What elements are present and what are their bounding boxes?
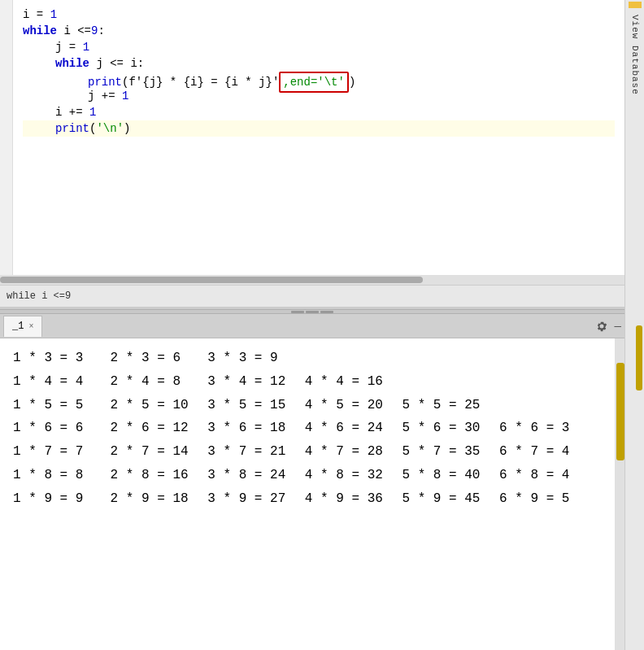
output-row-6: 1 * 8 = 8 2 * 8 = 16 3 * 8 = 24 4 * 8 = … [13, 464, 602, 487]
main-area: i = 1 while i <=9: j = 1 while j <= i: p… [0, 0, 624, 650]
code-scrollbar[interactable] [0, 275, 624, 285]
output-scrollbar-track[interactable] [615, 338, 624, 650]
output-row-4: 1 * 6 = 6 2 * 6 = 12 3 * 6 = 18 4 * 6 = … [13, 417, 602, 440]
minimize-icon[interactable]: — [615, 320, 621, 333]
code-editor: i = 1 while i <=9: j = 1 while j <= i: p… [0, 0, 624, 309]
right-sidebar: View Database [624, 0, 644, 650]
resize-dots [291, 311, 333, 313]
output-container: 1 * 3 = 3 2 * 3 = 6 3 * 3 = 9 1 * 4 = 4 … [0, 338, 624, 650]
sidebar-top-indicator [629, 2, 642, 8]
output-tab[interactable]: _1 × [3, 316, 42, 337]
status-bar: while i <=9 [0, 285, 624, 308]
status-text: while i <=9 [7, 290, 71, 302]
code-line-1: i = 1 [23, 7, 615, 23]
line-numbers [0, 0, 13, 275]
sidebar-db-label: Database [630, 46, 640, 95]
sidebar-scrollbar[interactable] [636, 325, 642, 390]
code-area: i = 1 while i <=9: j = 1 while j <= i: p… [0, 0, 624, 275]
output-scrollbar-thumb [616, 363, 624, 460]
code-line-4: while j <= i: [23, 55, 615, 72]
output-row-5: 1 * 7 = 7 2 * 7 = 14 3 * 7 = 21 4 * 7 = … [13, 440, 602, 464]
code-line-8: print('\n') [23, 120, 615, 137]
output-row-2: 1 * 4 = 4 2 * 4 = 8 3 * 4 = 12 4 * 4 = 1… [13, 370, 602, 394]
tab-close-button[interactable]: × [28, 322, 33, 331]
output-row-1: 1 * 3 = 3 2 * 3 = 6 3 * 3 = 9 [13, 347, 602, 370]
tab-bar: _1 × — [0, 314, 624, 338]
tab-settings: — [595, 320, 621, 333]
code-line-2: while i <=9: [23, 23, 615, 39]
sidebar-view-label: View [630, 15, 640, 39]
code-line-5: print(f'{j} * {i} = {i * j}',end='\t') [23, 72, 615, 88]
output-row-3: 1 * 5 = 5 2 * 5 = 10 3 * 5 = 15 4 * 5 = … [13, 394, 602, 417]
code-line-7: i += 1 [23, 104, 615, 120]
output-section[interactable]: 1 * 3 = 3 2 * 3 = 6 3 * 3 = 9 1 * 4 = 4 … [0, 338, 615, 650]
code-scrollbar-thumb [0, 277, 423, 283]
tab-label: _1 [12, 321, 24, 332]
output-row-7: 1 * 9 = 9 2 * 9 = 18 3 * 9 = 27 4 * 9 = … [13, 487, 602, 511]
code-line-3: j = 1 [23, 39, 615, 55]
gear-icon[interactable] [595, 320, 608, 333]
code-content[interactable]: i = 1 while i <=9: j = 1 while j <= i: p… [13, 0, 624, 275]
